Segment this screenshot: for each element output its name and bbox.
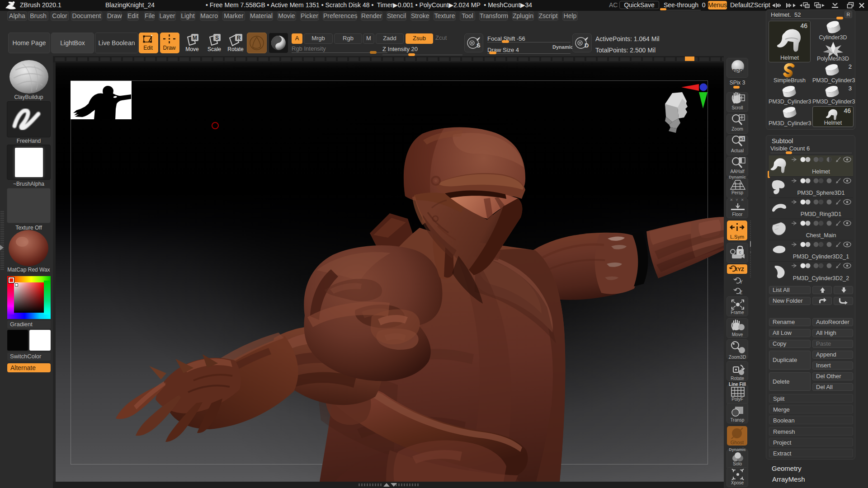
svg-text:Move: Move bbox=[185, 46, 199, 52]
svg-text:Y: Y bbox=[740, 280, 743, 285]
svg-text:XYZ: XYZ bbox=[734, 267, 744, 272]
svg-text:BPR: BPR bbox=[732, 68, 743, 74]
svg-text:Z: Z bbox=[740, 290, 742, 295]
svg-text:S: S bbox=[476, 42, 481, 49]
svg-text:M: M bbox=[193, 35, 197, 41]
svg-text:x1: x1 bbox=[740, 136, 744, 141]
svg-text:R: R bbox=[237, 35, 241, 41]
svg-text:c: c bbox=[739, 250, 741, 254]
svg-text:Scale: Scale bbox=[208, 46, 221, 52]
svg-text:Rotate: Rotate bbox=[227, 46, 244, 52]
svg-text:S: S bbox=[215, 35, 219, 41]
svg-text:Edit: Edit bbox=[143, 45, 153, 51]
svg-text:Draw: Draw bbox=[163, 45, 175, 51]
svg-text:D: D bbox=[585, 42, 589, 49]
